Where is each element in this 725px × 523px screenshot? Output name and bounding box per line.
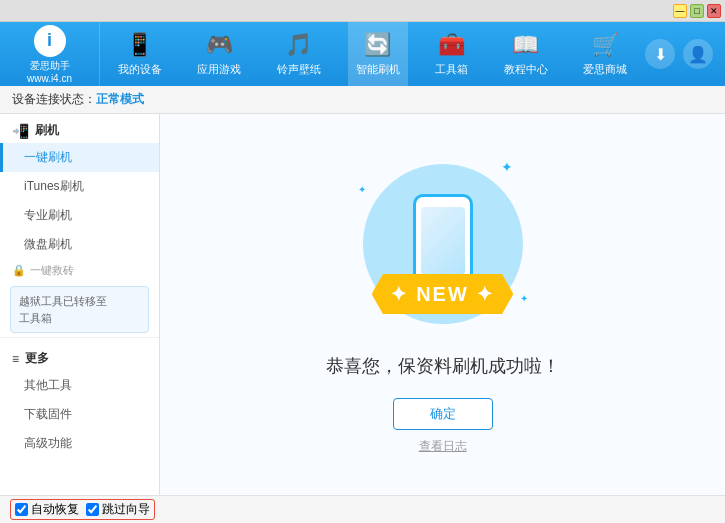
sidebar-more-section: ≡ 更多 xyxy=(0,342,159,371)
success-text: 恭喜您，保资料刷机成功啦！ xyxy=(326,354,560,378)
main-layout: 📲 刷机 一键刷机 iTunes刷机 专业刷机 微盘刷机 🔒 一键救砖 越狱工具… xyxy=(0,114,725,495)
nav-right: ⬇ 👤 xyxy=(645,39,725,69)
header: i 爱思助手 www.i4.cn 📱 我的设备 🎮 应用游戏 🎵 铃声壁纸 🔄 … xyxy=(0,22,725,86)
nav-ringtones-label: 铃声壁纸 xyxy=(277,62,321,77)
flash-section-icon: 📲 xyxy=(12,123,29,139)
nav-toolbox-label: 工具箱 xyxy=(435,62,468,77)
nav-official-shop-label: 爱思商城 xyxy=(583,62,627,77)
sidebar-flash-label: 刷机 xyxy=(35,122,59,139)
nav-items: 📱 我的设备 🎮 应用游戏 🎵 铃声壁纸 🔄 智能刷机 🧰 工具箱 📖 教程中心… xyxy=(100,22,645,86)
toolbox-icon: 🧰 xyxy=(438,32,465,58)
sidebar-item-one-key-flash[interactable]: 一键刷机 xyxy=(0,143,159,172)
title-bar: — □ ✕ xyxy=(0,0,725,22)
sidebar-item-advanced[interactable]: 高级功能 xyxy=(0,429,159,458)
logo-area: i 爱思助手 www.i4.cn xyxy=(0,22,100,86)
one-key-rescue-label: 一键救砖 xyxy=(30,263,74,278)
minimize-button[interactable]: — xyxy=(673,4,687,18)
sidebar-more-label: 更多 xyxy=(25,350,49,367)
sidebar-item-download-firmware[interactable]: 下载固件 xyxy=(0,400,159,429)
sidebar-item-pro-flash[interactable]: 专业刷机 xyxy=(0,201,159,230)
new-badge: ✦ NEW ✦ xyxy=(372,274,514,314)
ringtones-icon: 🎵 xyxy=(285,32,312,58)
phone-screen xyxy=(421,207,465,275)
nav-smart-flash[interactable]: 🔄 智能刷机 xyxy=(348,22,408,86)
my-device-icon: 📱 xyxy=(126,32,153,58)
logo-url: www.i4.cn xyxy=(27,73,72,84)
auto-restore-checkbox[interactable]: 自动恢复 xyxy=(15,501,79,518)
nav-apps-games[interactable]: 🎮 应用游戏 xyxy=(189,22,249,86)
apps-games-icon: 🎮 xyxy=(206,32,233,58)
sidebar-item-other-tools[interactable]: 其他工具 xyxy=(0,371,159,400)
nav-toolbox[interactable]: 🧰 工具箱 xyxy=(427,22,476,86)
auto-restore-label: 自动恢复 xyxy=(31,501,79,518)
sparkle-3: ✦ xyxy=(520,293,528,304)
illustration: ✦ ✦ ✦ ✦ NEW ✦ xyxy=(353,154,533,334)
official-shop-icon: 🛒 xyxy=(592,32,619,58)
checkbox-group: 自动恢复 跳过向导 xyxy=(10,499,155,520)
content-area: ✦ ✦ ✦ ✦ NEW ✦ 恭喜您，保资料刷机成功啦！ 确定 查看日志 xyxy=(160,114,725,495)
nav-official-shop[interactable]: 🛒 爱思商城 xyxy=(575,22,635,86)
auto-restore-input[interactable] xyxy=(15,503,28,516)
download-button[interactable]: ⬇ xyxy=(645,39,675,69)
nav-smart-flash-label: 智能刷机 xyxy=(356,62,400,77)
sidebar-divider xyxy=(0,337,159,338)
more-icon: ≡ xyxy=(12,352,19,366)
skip-wizard-input[interactable] xyxy=(86,503,99,516)
nav-my-device-label: 我的设备 xyxy=(118,62,162,77)
sidebar-notice: 越狱工具已转移至工具箱 xyxy=(10,286,149,333)
confirm-button[interactable]: 确定 xyxy=(393,398,493,430)
smart-flash-icon: 🔄 xyxy=(364,32,391,58)
user-button[interactable]: 👤 xyxy=(683,39,713,69)
sidebar-item-downgrade-flash[interactable]: 微盘刷机 xyxy=(0,230,159,259)
look-log-link[interactable]: 查看日志 xyxy=(419,438,467,455)
maximize-button[interactable]: □ xyxy=(690,4,704,18)
nav-my-device[interactable]: 📱 我的设备 xyxy=(110,22,170,86)
notice-text: 越狱工具已转移至工具箱 xyxy=(19,295,107,324)
sidebar: 📲 刷机 一键刷机 iTunes刷机 专业刷机 微盘刷机 🔒 一键救砖 越狱工具… xyxy=(0,114,160,495)
nav-ringtones[interactable]: 🎵 铃声壁纸 xyxy=(269,22,329,86)
nav-tutorials-label: 教程中心 xyxy=(504,62,548,77)
sidebar-flash-section: 📲 刷机 xyxy=(0,114,159,143)
status-value: 正常模式 xyxy=(96,91,144,108)
close-button[interactable]: ✕ xyxy=(707,4,721,18)
nav-tutorials[interactable]: 📖 教程中心 xyxy=(496,22,556,86)
lock-icon: 🔒 xyxy=(12,264,26,277)
nav-apps-games-label: 应用游戏 xyxy=(197,62,241,77)
status-bar: 设备连接状态： 正常模式 xyxy=(0,86,725,114)
status-label: 设备连接状态： xyxy=(12,91,96,108)
logo-icon: i xyxy=(34,25,66,57)
sparkle-2: ✦ xyxy=(358,184,366,195)
bottom-row1: 自动恢复 跳过向导 xyxy=(0,496,725,523)
logo-name: 爱思助手 xyxy=(30,59,70,73)
sparkle-1: ✦ xyxy=(501,159,513,175)
skip-wizard-checkbox[interactable]: 跳过向导 xyxy=(86,501,150,518)
skip-wizard-label: 跳过向导 xyxy=(102,501,150,518)
sidebar-item-itunes-flash[interactable]: iTunes刷机 xyxy=(0,172,159,201)
tutorials-icon: 📖 xyxy=(512,32,539,58)
bottom-left: 自动恢复 跳过向导 xyxy=(10,499,715,520)
sidebar-one-key-rescue: 🔒 一键救砖 xyxy=(0,259,159,282)
bottom-all: 自动恢复 跳过向导 📱 iPhone 12 mini 64GB Down-12m… xyxy=(0,495,725,523)
